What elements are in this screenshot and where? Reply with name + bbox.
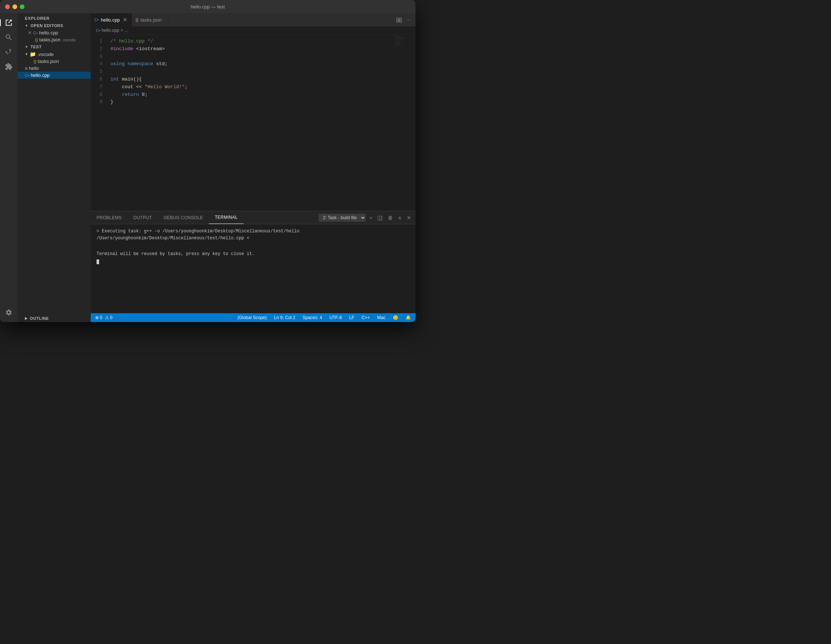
window-controls[interactable] (5, 5, 24, 9)
tasks-json-label: tasks.json (38, 59, 59, 64)
tab-problems[interactable]: PROBLEMS (91, 211, 127, 224)
breadcrumb-icon: C• (96, 28, 100, 33)
breadcrumb-file[interactable]: hello.cpp (102, 28, 119, 33)
tab-hello-cpp[interactable]: C• hello.cpp ✕ (91, 13, 132, 26)
tabs-actions: ··· (392, 13, 416, 26)
tabs-bar: C• hello.cpp ✕ {} tasks.json ··· (91, 13, 416, 26)
explorer-header[interactable]: EXPLORER (18, 13, 91, 22)
json-file-icon2: {} (33, 59, 36, 64)
status-bar: ⊗ 0 ⚠ 0 (Global Scope) Ln 9, Col 2 Space… (91, 313, 416, 322)
close-panel-button[interactable]: ✕ (405, 214, 412, 222)
platform-label: Mac (377, 315, 385, 320)
minimap: /* hello.cpp */ #include <iostream> usin… (393, 35, 416, 211)
tasks-json-suffix: .vscode (62, 38, 76, 42)
vscode-folder[interactable]: ▼ 📁 .vscode (18, 51, 91, 58)
terminal-content[interactable]: > Executing task: g++ -o /Users/younghoo… (91, 224, 416, 313)
open-editors-header[interactable]: ▼ OPEN EDITORS (18, 22, 91, 29)
open-editors-label: OPEN EDITORS (30, 24, 63, 28)
open-editor-tasks-json[interactable]: {} tasks.json .vscode (18, 36, 91, 43)
tab-hello-cpp-label: hello.cpp (101, 17, 120, 23)
c-tab-icon: C• (94, 18, 99, 22)
terminal-blank (97, 242, 410, 250)
sidebar-item-source-control[interactable] (2, 45, 15, 59)
open-editor-hello-cpp[interactable]: ✕ C• hello.cpp (18, 29, 91, 36)
titlebar: hello.cpp — test (0, 0, 416, 13)
test-label: TEST (30, 45, 41, 49)
terminal-dropdown[interactable]: 2: Task - build file (318, 214, 366, 222)
status-platform[interactable]: Mac (376, 315, 387, 320)
status-encoding[interactable]: UTF-8 (328, 315, 344, 320)
new-terminal-button[interactable]: + (368, 214, 374, 222)
window-title: hello.cpp — test (191, 4, 224, 10)
split-editor-button[interactable] (395, 16, 403, 24)
maximize-button[interactable] (20, 5, 24, 9)
folder-icon: 📁 (30, 51, 36, 57)
breadcrumb-sep: > (121, 28, 123, 33)
tab-tasks-json[interactable]: {} tasks.json (132, 13, 169, 26)
language-label: C++ (362, 315, 370, 320)
c-file-icon: C• (33, 31, 38, 35)
file-icon: ≡ (25, 66, 27, 71)
status-notifications[interactable]: 🔔 (404, 315, 412, 320)
activity-bar-bottom (2, 306, 15, 319)
status-errors[interactable]: ⊗ 0 ⚠ 0 (94, 315, 114, 320)
status-scope[interactable]: (Global Scope) (236, 315, 268, 320)
tab-debug-console[interactable]: DEBUG CONSOLE (158, 211, 209, 224)
main-layout: EXPLORER ▼ OPEN EDITORS ✕ C• hello.cpp {… (0, 13, 416, 322)
outline-section: ▶ OUTLINE (18, 315, 91, 322)
explorer-label: EXPLORER (25, 16, 50, 21)
panel-tabs: PROBLEMS OUTPUT DEBUG CONSOLE TERMINAL 2… (91, 211, 416, 224)
error-count: 0 (100, 315, 102, 320)
tab-output[interactable]: OUTPUT (127, 211, 158, 224)
split-terminal-button[interactable] (376, 214, 384, 221)
activity-bar (0, 13, 18, 322)
close-icon[interactable]: ✕ (28, 30, 32, 35)
test-header[interactable]: ▼ TEST (18, 43, 91, 51)
status-right: (Global Scope) Ln 9, Col 2 Spaces: 4 UTF… (236, 315, 412, 320)
test-section: ▼ TEST ▼ 📁 .vscode {} tasks.json ≡ hello… (18, 43, 91, 79)
minimap-content: /* hello.cpp */ #include <iostream> usin… (393, 35, 416, 48)
status-left: ⊗ 0 ⚠ 0 (94, 315, 114, 320)
terminal-panel: PROBLEMS OUTPUT DEBUG CONSOLE TERMINAL 2… (91, 211, 416, 313)
editor-area: C• hello.cpp ✕ {} tasks.json ··· (91, 13, 416, 322)
hello-cpp-file[interactable]: C• hello.cpp (18, 72, 91, 79)
status-spaces[interactable]: Spaces: 4 (301, 315, 323, 320)
encoding-label: UTF-8 (330, 315, 342, 320)
more-actions-button[interactable]: ··· (405, 16, 412, 24)
tab-terminal[interactable]: TERMINAL (209, 211, 244, 224)
terminal-cursor (97, 260, 99, 264)
tasks-json-file[interactable]: {} tasks.json (18, 58, 91, 65)
line-numbers: 1 2 3 4 5 6 7 8 9 (91, 35, 105, 211)
breadcrumb-dots[interactable]: ... (125, 28, 128, 33)
status-feedback[interactable]: 🙂 (392, 315, 400, 320)
close-button[interactable] (5, 5, 10, 9)
eol-label: LF (349, 315, 354, 320)
status-language[interactable]: C++ (360, 315, 372, 320)
panel-actions: 2: Task - build file + 🗑 ∧ ✕ (316, 214, 416, 222)
maximize-panel-button[interactable]: ∧ (396, 214, 403, 222)
hello-binary[interactable]: ≡ hello (18, 65, 91, 72)
kill-terminal-button[interactable]: 🗑 (386, 214, 394, 222)
outline-label: OUTLINE (30, 316, 49, 320)
c-file-icon2: C• (25, 73, 29, 78)
tab-tasks-json-label: tasks.json (140, 17, 162, 23)
error-icon: ⊗ (95, 315, 99, 320)
bell-icon: 🔔 (406, 315, 411, 320)
breadcrumb: C• hello.cpp > ... (91, 26, 416, 35)
sidebar-item-extensions[interactable] (2, 60, 15, 73)
terminal-reuse-line: Terminal will be reused by tasks, press … (97, 251, 410, 258)
sidebar-item-search[interactable] (2, 31, 15, 44)
sidebar: EXPLORER ▼ OPEN EDITORS ✕ C• hello.cpp {… (18, 13, 91, 322)
terminal-executing-line: > Executing task: g++ -o /Users/younghoo… (97, 228, 410, 242)
outline-header[interactable]: ▶ OUTLINE (18, 315, 91, 322)
code-editor[interactable]: /* hello.cpp */ #include <iostream> usin… (105, 35, 393, 211)
open-editors-section: ▼ OPEN EDITORS ✕ C• hello.cpp {} tasks.j… (18, 22, 91, 43)
minimize-button[interactable] (13, 5, 17, 9)
tab-close-hello-cpp[interactable]: ✕ (122, 16, 128, 23)
status-position[interactable]: Ln 9, Col 2 (272, 315, 297, 320)
open-editor-hello-cpp-label: hello.cpp (39, 30, 58, 35)
sidebar-item-explorer[interactable] (2, 16, 15, 29)
status-eol[interactable]: LF (348, 315, 356, 320)
warning-icon: ⚠ (105, 315, 109, 320)
sidebar-item-settings[interactable] (2, 306, 15, 319)
